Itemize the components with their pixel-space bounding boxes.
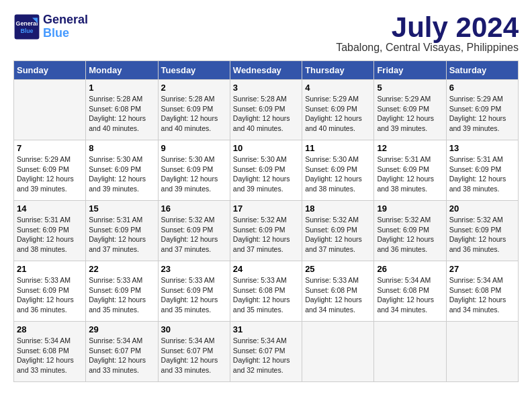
calendar-cell <box>446 322 518 382</box>
day-info: Sunrise: 5:33 AM Sunset: 6:08 PM Dayligh… <box>233 275 299 315</box>
title-area: July 2024 Tabalong, Central Visayas, Phi… <box>336 13 519 54</box>
svg-text:General: General <box>16 20 38 27</box>
calendar-cell: 12Sunrise: 5:31 AM Sunset: 6:09 PM Dayli… <box>374 140 446 201</box>
calendar-cell: 31Sunrise: 5:34 AM Sunset: 6:07 PM Dayli… <box>230 322 302 382</box>
day-info: Sunrise: 5:30 AM Sunset: 6:09 PM Dayligh… <box>233 154 299 194</box>
calendar-cell <box>302 322 374 382</box>
day-number: 18 <box>305 203 371 214</box>
day-number: 13 <box>449 143 515 153</box>
logo: General Blue General Blue <box>13 13 88 40</box>
weekday-header: Wednesday <box>230 61 302 80</box>
calendar-cell: 5Sunrise: 5:29 AM Sunset: 6:09 PM Daylig… <box>374 80 446 140</box>
day-info: Sunrise: 5:28 AM Sunset: 6:09 PM Dayligh… <box>233 94 299 134</box>
day-info: Sunrise: 5:32 AM Sunset: 6:09 PM Dayligh… <box>305 215 371 255</box>
svg-text:Blue: Blue <box>20 28 33 34</box>
calendar-cell: 9Sunrise: 5:30 AM Sunset: 6:09 PM Daylig… <box>158 140 230 201</box>
calendar-cell: 15Sunrise: 5:31 AM Sunset: 6:09 PM Dayli… <box>86 201 158 261</box>
day-info: Sunrise: 5:30 AM Sunset: 6:09 PM Dayligh… <box>161 154 227 194</box>
day-info: Sunrise: 5:34 AM Sunset: 6:07 PM Dayligh… <box>233 336 299 375</box>
day-info: Sunrise: 5:28 AM Sunset: 6:08 PM Dayligh… <box>89 94 154 134</box>
calendar-cell: 17Sunrise: 5:32 AM Sunset: 6:09 PM Dayli… <box>230 201 302 261</box>
weekday-header: Monday <box>86 61 158 80</box>
day-number: 10 <box>233 143 299 153</box>
day-number: 24 <box>233 264 299 274</box>
day-number: 26 <box>377 264 443 274</box>
calendar-cell: 18Sunrise: 5:32 AM Sunset: 6:09 PM Dayli… <box>302 201 374 261</box>
day-info: Sunrise: 5:31 AM Sunset: 6:09 PM Dayligh… <box>377 154 443 194</box>
weekday-header: Sunday <box>14 61 86 80</box>
logo-text-line2: Blue <box>43 27 88 40</box>
day-number: 21 <box>17 264 83 274</box>
day-number: 31 <box>233 324 299 334</box>
calendar-cell: 24Sunrise: 5:33 AM Sunset: 6:08 PM Dayli… <box>230 261 302 322</box>
calendar-cell: 16Sunrise: 5:32 AM Sunset: 6:09 PM Dayli… <box>158 201 230 261</box>
day-info: Sunrise: 5:28 AM Sunset: 6:09 PM Dayligh… <box>161 94 227 134</box>
weekday-header: Thursday <box>302 61 374 80</box>
day-number: 9 <box>161 143 227 153</box>
day-number: 28 <box>17 324 83 334</box>
day-info: Sunrise: 5:30 AM Sunset: 6:09 PM Dayligh… <box>305 154 371 194</box>
day-number: 7 <box>17 143 83 153</box>
day-number: 30 <box>161 324 227 334</box>
day-number: 29 <box>89 324 154 334</box>
day-number: 4 <box>305 83 371 93</box>
day-number: 2 <box>161 83 227 93</box>
day-info: Sunrise: 5:29 AM Sunset: 6:09 PM Dayligh… <box>305 94 371 134</box>
calendar-cell <box>14 80 86 140</box>
calendar-cell: 22Sunrise: 5:33 AM Sunset: 6:09 PM Dayli… <box>86 261 158 322</box>
weekday-header-row: SundayMondayTuesdayWednesdayThursdayFrid… <box>14 61 519 80</box>
day-number: 5 <box>377 83 443 93</box>
location-title: Tabalong, Central Visayas, Philippines <box>336 42 519 54</box>
logo-icon: General Blue <box>13 13 40 40</box>
day-info: Sunrise: 5:31 AM Sunset: 6:09 PM Dayligh… <box>449 154 515 194</box>
calendar-cell: 1Sunrise: 5:28 AM Sunset: 6:08 PM Daylig… <box>86 80 158 140</box>
day-number: 8 <box>89 143 154 153</box>
calendar-cell: 8Sunrise: 5:30 AM Sunset: 6:09 PM Daylig… <box>86 140 158 201</box>
calendar-cell: 6Sunrise: 5:29 AM Sunset: 6:09 PM Daylig… <box>446 80 518 140</box>
weekday-header: Friday <box>374 61 446 80</box>
calendar-cell: 27Sunrise: 5:34 AM Sunset: 6:08 PM Dayli… <box>446 261 518 322</box>
weekday-header: Tuesday <box>158 61 230 80</box>
day-info: Sunrise: 5:32 AM Sunset: 6:09 PM Dayligh… <box>161 215 227 255</box>
calendar-cell: 19Sunrise: 5:32 AM Sunset: 6:09 PM Dayli… <box>374 201 446 261</box>
calendar-cell: 3Sunrise: 5:28 AM Sunset: 6:09 PM Daylig… <box>230 80 302 140</box>
day-number: 11 <box>305 143 371 153</box>
day-info: Sunrise: 5:32 AM Sunset: 6:09 PM Dayligh… <box>449 215 515 255</box>
calendar-week-row: 14Sunrise: 5:31 AM Sunset: 6:09 PM Dayli… <box>14 201 519 261</box>
day-number: 6 <box>449 83 515 93</box>
calendar-cell: 20Sunrise: 5:32 AM Sunset: 6:09 PM Dayli… <box>446 201 518 261</box>
day-number: 16 <box>161 203 227 214</box>
calendar-cell <box>374 322 446 382</box>
day-info: Sunrise: 5:29 AM Sunset: 6:09 PM Dayligh… <box>449 94 515 134</box>
day-info: Sunrise: 5:31 AM Sunset: 6:09 PM Dayligh… <box>89 215 154 255</box>
day-info: Sunrise: 5:32 AM Sunset: 6:09 PM Dayligh… <box>233 215 299 255</box>
day-number: 20 <box>449 203 515 214</box>
day-info: Sunrise: 5:34 AM Sunset: 6:08 PM Dayligh… <box>449 275 515 315</box>
calendar-cell: 7Sunrise: 5:29 AM Sunset: 6:09 PM Daylig… <box>14 140 86 201</box>
day-number: 23 <box>161 264 227 274</box>
calendar-cell: 4Sunrise: 5:29 AM Sunset: 6:09 PM Daylig… <box>302 80 374 140</box>
calendar-cell: 11Sunrise: 5:30 AM Sunset: 6:09 PM Dayli… <box>302 140 374 201</box>
calendar-cell: 29Sunrise: 5:34 AM Sunset: 6:07 PM Dayli… <box>86 322 158 382</box>
calendar-cell: 26Sunrise: 5:34 AM Sunset: 6:08 PM Dayli… <box>374 261 446 322</box>
calendar-cell: 10Sunrise: 5:30 AM Sunset: 6:09 PM Dayli… <box>230 140 302 201</box>
day-number: 17 <box>233 203 299 214</box>
calendar-cell: 13Sunrise: 5:31 AM Sunset: 6:09 PM Dayli… <box>446 140 518 201</box>
calendar-cell: 2Sunrise: 5:28 AM Sunset: 6:09 PM Daylig… <box>158 80 230 140</box>
day-info: Sunrise: 5:32 AM Sunset: 6:09 PM Dayligh… <box>377 215 443 255</box>
day-info: Sunrise: 5:30 AM Sunset: 6:09 PM Dayligh… <box>89 154 154 194</box>
day-info: Sunrise: 5:34 AM Sunset: 6:07 PM Dayligh… <box>89 336 154 375</box>
day-info: Sunrise: 5:34 AM Sunset: 6:07 PM Dayligh… <box>161 336 227 375</box>
day-number: 3 <box>233 83 299 93</box>
calendar-cell: 23Sunrise: 5:33 AM Sunset: 6:09 PM Dayli… <box>158 261 230 322</box>
day-number: 22 <box>89 264 154 274</box>
day-info: Sunrise: 5:29 AM Sunset: 6:09 PM Dayligh… <box>17 154 83 194</box>
calendar-week-row: 28Sunrise: 5:34 AM Sunset: 6:08 PM Dayli… <box>14 322 519 382</box>
calendar-week-row: 7Sunrise: 5:29 AM Sunset: 6:09 PM Daylig… <box>14 140 519 201</box>
day-info: Sunrise: 5:33 AM Sunset: 6:08 PM Dayligh… <box>305 275 371 315</box>
day-number: 25 <box>305 264 371 274</box>
calendar-cell: 14Sunrise: 5:31 AM Sunset: 6:09 PM Dayli… <box>14 201 86 261</box>
day-info: Sunrise: 5:33 AM Sunset: 6:09 PM Dayligh… <box>17 275 83 315</box>
day-info: Sunrise: 5:29 AM Sunset: 6:09 PM Dayligh… <box>377 94 443 134</box>
calendar-table: SundayMondayTuesdayWednesdayThursdayFrid… <box>13 60 519 382</box>
